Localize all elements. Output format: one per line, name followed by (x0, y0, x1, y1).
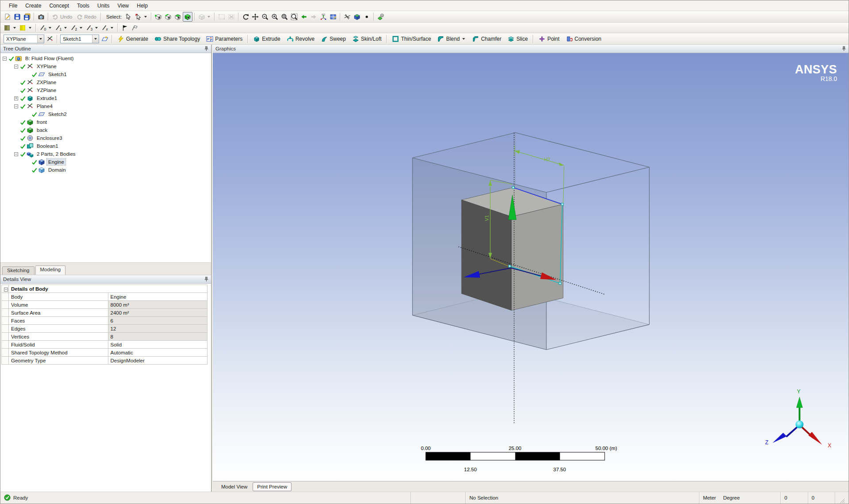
edges-no-joint-button[interactable]: 0 (38, 23, 54, 33)
menu-units[interactable]: Units (93, 1, 113, 10)
pin-icon[interactable] (842, 46, 846, 51)
zoom-to-fit-button[interactable] (280, 12, 289, 22)
display-points-button[interactable] (362, 12, 372, 22)
menu-concept[interactable]: Concept (45, 1, 73, 10)
vertex-display-button[interactable] (120, 23, 130, 33)
detail-value[interactable]: Solid (108, 341, 207, 349)
tree-item-label: Boolean1 (35, 143, 60, 149)
svg-text:0: 0 (44, 27, 46, 31)
tree-item-front[interactable]: front (0, 118, 211, 126)
menu-view[interactable]: View (113, 1, 133, 10)
menu-create[interactable]: Create (21, 1, 45, 10)
save-all-icon (23, 13, 31, 20)
collapse-icon[interactable]: − (14, 152, 18, 156)
tab-sketching[interactable]: Sketching (2, 266, 35, 275)
chamfer-button[interactable]: Chamfer (469, 34, 504, 44)
tree-item-xyplane[interactable]: −XYPlane (0, 62, 211, 70)
look-at-face-button[interactable] (376, 12, 386, 22)
tree-item-label: 2 Parts, 2 Bodies (35, 151, 77, 157)
menu-file[interactable]: File (5, 1, 21, 10)
tree-item-b-fluid-flow-fluent[interactable]: −B: Fluid Flow (Fluent) (0, 54, 211, 62)
expand-icon[interactable]: + (14, 96, 18, 100)
zoom-button[interactable] (260, 12, 270, 22)
rotate-button[interactable] (241, 12, 250, 22)
filter-bodies-button[interactable] (183, 12, 192, 22)
filter-faces-button[interactable] (173, 12, 183, 22)
plane-selector[interactable]: XYPlane (4, 35, 44, 43)
plane-display-button[interactable] (45, 34, 55, 44)
select-mode-button[interactable] (124, 12, 134, 22)
detail-value[interactable]: DesignModeler (108, 357, 207, 365)
thin-surface-button[interactable]: Thin/Surface (389, 34, 434, 44)
edges-joint-3-button[interactable]: 3 (85, 23, 100, 33)
tree-item-engine[interactable]: Engine (0, 158, 211, 166)
face-color-mode-button[interactable] (3, 23, 18, 33)
parameters-button[interactable]: PPParameters (203, 34, 246, 44)
display-model-button[interactable] (352, 12, 362, 22)
tab-modeling[interactable]: Modeling (35, 265, 66, 275)
detail-value[interactable]: Automatic (108, 349, 207, 357)
filter-vertices-button[interactable] (154, 12, 163, 22)
resize-grip[interactable] (835, 492, 849, 504)
sweep-button[interactable]: Sweep (318, 34, 349, 44)
viewports-button[interactable] (328, 12, 338, 22)
tree-item-domain[interactable]: Domain (0, 166, 211, 174)
check-icon (31, 167, 37, 173)
tree-item-yzplane[interactable]: YZPlane (0, 86, 211, 94)
share-topology-button[interactable]: Share Topology (151, 34, 203, 44)
box-zoom-button[interactable] (289, 12, 299, 22)
menu-tools[interactable]: Tools (73, 1, 93, 10)
save-all-button[interactable] (22, 12, 32, 22)
point-button[interactable]: Point (535, 34, 562, 44)
extrude-button[interactable]: Extrude (250, 34, 283, 44)
image-capture-button[interactable] (36, 12, 46, 22)
tree-item-zxplane[interactable]: ZXPlane (0, 78, 211, 86)
tab-model-view[interactable]: Model View (217, 483, 251, 491)
new-document-button[interactable] (3, 12, 12, 22)
blend-button[interactable]: Blend (434, 34, 469, 44)
generate-button[interactable]: Generate (114, 34, 151, 44)
tree-item-sketch2[interactable]: Sketch2 (0, 110, 211, 118)
menu-help[interactable]: Help (133, 1, 152, 10)
tab-print-preview[interactable]: Print Preview (253, 482, 292, 491)
edges-joint-multi-button[interactable]: x (100, 23, 115, 33)
new-sketch-button[interactable] (100, 34, 110, 44)
tree-item-2-parts-2-bodies[interactable]: −2 Parts, 2 Bodies (0, 150, 211, 158)
collapse-icon[interactable]: − (4, 288, 8, 292)
chevron-down-icon[interactable] (92, 35, 99, 43)
skin-loft-button[interactable]: Skin/Loft (349, 34, 385, 44)
zoom-in-button[interactable] (270, 12, 280, 22)
tree-item-plane4[interactable]: −Plane4 (0, 102, 211, 110)
filter-edges-button[interactable] (163, 12, 173, 22)
model-viewport[interactable]: H2 V1 (213, 53, 849, 481)
sketch-selector[interactable]: Sketch1 (60, 35, 99, 43)
pin-icon[interactable] (204, 277, 208, 282)
tree-item-boolean1[interactable]: Boolean1 (0, 142, 211, 150)
svg-text:50.00 (m): 50.00 (m) (595, 446, 617, 451)
edges-joint-2-button[interactable]: 2 (69, 23, 85, 33)
revolve-button[interactable]: Revolve (284, 34, 318, 44)
slice-button[interactable]: Slice (504, 34, 531, 44)
pin-icon[interactable] (204, 46, 208, 51)
edges-joint-1-button[interactable]: 1 (54, 23, 69, 33)
conversion-button[interactable]: Conversion (563, 34, 605, 44)
isometric-view-button[interactable]: ISO (319, 12, 328, 22)
orientation-triad[interactable]: Y X Z (765, 389, 831, 449)
collapse-icon[interactable]: − (14, 104, 18, 108)
save-button[interactable] (12, 12, 22, 22)
collapse-icon[interactable]: − (3, 57, 7, 61)
collapse-icon[interactable]: − (14, 65, 18, 69)
select-adjacent-button[interactable] (134, 12, 149, 22)
tree-item-extrude1[interactable]: +Extrude1 (0, 94, 211, 102)
display-plane-button[interactable] (342, 12, 352, 22)
tree-item-sketch1[interactable]: Sketch1 (0, 70, 211, 78)
pan-button[interactable] (250, 12, 260, 22)
details-row-shared-topology-method: Shared Topology MethodAutomatic (2, 349, 207, 357)
previous-view-button[interactable] (299, 12, 309, 22)
detail-value[interactable]: Engine (108, 293, 207, 301)
edge-color-mode-button[interactable] (18, 23, 34, 33)
cross-section-alignments-button[interactable] (130, 23, 139, 33)
chevron-down-icon[interactable] (37, 35, 44, 43)
tree-item-enclosure3[interactable]: Enclosure3 (0, 134, 211, 142)
tree-item-back[interactable]: back (0, 126, 211, 134)
